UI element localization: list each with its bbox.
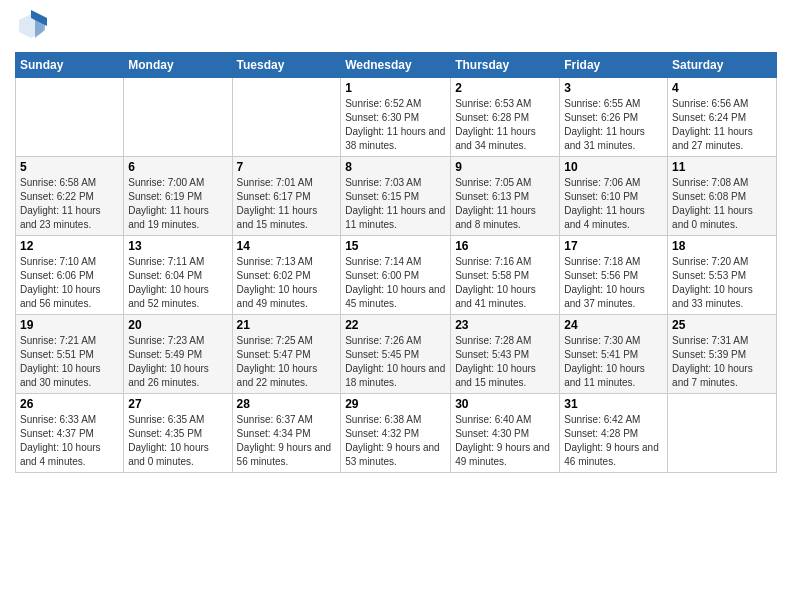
day-info: Sunrise: 7:14 AM Sunset: 6:00 PM Dayligh… <box>345 255 446 311</box>
day-info: Sunrise: 6:37 AM Sunset: 4:34 PM Dayligh… <box>237 413 337 469</box>
day-info: Sunrise: 7:25 AM Sunset: 5:47 PM Dayligh… <box>237 334 337 390</box>
day-number: 18 <box>672 239 772 253</box>
header <box>15 10 777 46</box>
calendar-cell: 30Sunrise: 6:40 AM Sunset: 4:30 PM Dayli… <box>451 394 560 473</box>
day-number: 3 <box>564 81 663 95</box>
day-number: 26 <box>20 397 119 411</box>
logo <box>15 10 49 46</box>
day-info: Sunrise: 7:16 AM Sunset: 5:58 PM Dayligh… <box>455 255 555 311</box>
day-info: Sunrise: 7:05 AM Sunset: 6:13 PM Dayligh… <box>455 176 555 232</box>
day-header: Tuesday <box>232 53 341 78</box>
day-number: 31 <box>564 397 663 411</box>
calendar-cell <box>668 394 777 473</box>
day-info: Sunrise: 6:42 AM Sunset: 4:28 PM Dayligh… <box>564 413 663 469</box>
calendar-cell <box>232 78 341 157</box>
week-row: 19Sunrise: 7:21 AM Sunset: 5:51 PM Dayli… <box>16 315 777 394</box>
day-number: 16 <box>455 239 555 253</box>
day-number: 13 <box>128 239 227 253</box>
calendar-cell: 20Sunrise: 7:23 AM Sunset: 5:49 PM Dayli… <box>124 315 232 394</box>
day-info: Sunrise: 6:33 AM Sunset: 4:37 PM Dayligh… <box>20 413 119 469</box>
calendar-cell: 22Sunrise: 7:26 AM Sunset: 5:45 PM Dayli… <box>341 315 451 394</box>
week-row: 26Sunrise: 6:33 AM Sunset: 4:37 PM Dayli… <box>16 394 777 473</box>
day-number: 12 <box>20 239 119 253</box>
day-number: 8 <box>345 160 446 174</box>
day-number: 14 <box>237 239 337 253</box>
day-number: 11 <box>672 160 772 174</box>
logo-icon <box>15 10 47 42</box>
day-number: 15 <box>345 239 446 253</box>
day-info: Sunrise: 6:56 AM Sunset: 6:24 PM Dayligh… <box>672 97 772 153</box>
day-info: Sunrise: 7:20 AM Sunset: 5:53 PM Dayligh… <box>672 255 772 311</box>
day-number: 21 <box>237 318 337 332</box>
day-info: Sunrise: 7:03 AM Sunset: 6:15 PM Dayligh… <box>345 176 446 232</box>
page: SundayMondayTuesdayWednesdayThursdayFrid… <box>0 0 792 483</box>
day-info: Sunrise: 7:30 AM Sunset: 5:41 PM Dayligh… <box>564 334 663 390</box>
week-row: 12Sunrise: 7:10 AM Sunset: 6:06 PM Dayli… <box>16 236 777 315</box>
day-number: 30 <box>455 397 555 411</box>
calendar-table: SundayMondayTuesdayWednesdayThursdayFrid… <box>15 52 777 473</box>
calendar-cell: 25Sunrise: 7:31 AM Sunset: 5:39 PM Dayli… <box>668 315 777 394</box>
day-header: Saturday <box>668 53 777 78</box>
calendar-cell: 17Sunrise: 7:18 AM Sunset: 5:56 PM Dayli… <box>560 236 668 315</box>
day-info: Sunrise: 7:08 AM Sunset: 6:08 PM Dayligh… <box>672 176 772 232</box>
day-number: 29 <box>345 397 446 411</box>
day-number: 24 <box>564 318 663 332</box>
calendar-cell: 16Sunrise: 7:16 AM Sunset: 5:58 PM Dayli… <box>451 236 560 315</box>
day-number: 9 <box>455 160 555 174</box>
calendar-cell: 2Sunrise: 6:53 AM Sunset: 6:28 PM Daylig… <box>451 78 560 157</box>
calendar-cell: 7Sunrise: 7:01 AM Sunset: 6:17 PM Daylig… <box>232 157 341 236</box>
day-info: Sunrise: 6:55 AM Sunset: 6:26 PM Dayligh… <box>564 97 663 153</box>
day-info: Sunrise: 7:00 AM Sunset: 6:19 PM Dayligh… <box>128 176 227 232</box>
calendar-cell: 24Sunrise: 7:30 AM Sunset: 5:41 PM Dayli… <box>560 315 668 394</box>
header-row: SundayMondayTuesdayWednesdayThursdayFrid… <box>16 53 777 78</box>
calendar-cell: 26Sunrise: 6:33 AM Sunset: 4:37 PM Dayli… <box>16 394 124 473</box>
day-number: 19 <box>20 318 119 332</box>
day-header: Monday <box>124 53 232 78</box>
day-info: Sunrise: 7:21 AM Sunset: 5:51 PM Dayligh… <box>20 334 119 390</box>
calendar-cell: 19Sunrise: 7:21 AM Sunset: 5:51 PM Dayli… <box>16 315 124 394</box>
day-info: Sunrise: 7:10 AM Sunset: 6:06 PM Dayligh… <box>20 255 119 311</box>
day-info: Sunrise: 7:31 AM Sunset: 5:39 PM Dayligh… <box>672 334 772 390</box>
calendar-cell: 31Sunrise: 6:42 AM Sunset: 4:28 PM Dayli… <box>560 394 668 473</box>
calendar-cell: 14Sunrise: 7:13 AM Sunset: 6:02 PM Dayli… <box>232 236 341 315</box>
day-info: Sunrise: 7:28 AM Sunset: 5:43 PM Dayligh… <box>455 334 555 390</box>
day-info: Sunrise: 7:13 AM Sunset: 6:02 PM Dayligh… <box>237 255 337 311</box>
day-info: Sunrise: 6:40 AM Sunset: 4:30 PM Dayligh… <box>455 413 555 469</box>
day-info: Sunrise: 7:01 AM Sunset: 6:17 PM Dayligh… <box>237 176 337 232</box>
calendar-cell: 15Sunrise: 7:14 AM Sunset: 6:00 PM Dayli… <box>341 236 451 315</box>
day-info: Sunrise: 6:38 AM Sunset: 4:32 PM Dayligh… <box>345 413 446 469</box>
day-number: 22 <box>345 318 446 332</box>
day-number: 20 <box>128 318 227 332</box>
day-number: 7 <box>237 160 337 174</box>
day-info: Sunrise: 7:18 AM Sunset: 5:56 PM Dayligh… <box>564 255 663 311</box>
day-number: 4 <box>672 81 772 95</box>
calendar-cell: 12Sunrise: 7:10 AM Sunset: 6:06 PM Dayli… <box>16 236 124 315</box>
day-number: 25 <box>672 318 772 332</box>
calendar-cell: 11Sunrise: 7:08 AM Sunset: 6:08 PM Dayli… <box>668 157 777 236</box>
calendar-cell: 27Sunrise: 6:35 AM Sunset: 4:35 PM Dayli… <box>124 394 232 473</box>
calendar-cell: 18Sunrise: 7:20 AM Sunset: 5:53 PM Dayli… <box>668 236 777 315</box>
day-info: Sunrise: 6:52 AM Sunset: 6:30 PM Dayligh… <box>345 97 446 153</box>
day-info: Sunrise: 7:06 AM Sunset: 6:10 PM Dayligh… <box>564 176 663 232</box>
calendar-cell: 8Sunrise: 7:03 AM Sunset: 6:15 PM Daylig… <box>341 157 451 236</box>
day-info: Sunrise: 6:58 AM Sunset: 6:22 PM Dayligh… <box>20 176 119 232</box>
day-number: 6 <box>128 160 227 174</box>
calendar-cell: 9Sunrise: 7:05 AM Sunset: 6:13 PM Daylig… <box>451 157 560 236</box>
calendar-cell: 21Sunrise: 7:25 AM Sunset: 5:47 PM Dayli… <box>232 315 341 394</box>
day-info: Sunrise: 7:26 AM Sunset: 5:45 PM Dayligh… <box>345 334 446 390</box>
day-number: 17 <box>564 239 663 253</box>
calendar-cell: 23Sunrise: 7:28 AM Sunset: 5:43 PM Dayli… <box>451 315 560 394</box>
day-info: Sunrise: 6:53 AM Sunset: 6:28 PM Dayligh… <box>455 97 555 153</box>
day-number: 23 <box>455 318 555 332</box>
calendar-cell: 3Sunrise: 6:55 AM Sunset: 6:26 PM Daylig… <box>560 78 668 157</box>
day-number: 5 <box>20 160 119 174</box>
day-info: Sunrise: 7:23 AM Sunset: 5:49 PM Dayligh… <box>128 334 227 390</box>
day-header: Wednesday <box>341 53 451 78</box>
day-info: Sunrise: 6:35 AM Sunset: 4:35 PM Dayligh… <box>128 413 227 469</box>
calendar-cell: 1Sunrise: 6:52 AM Sunset: 6:30 PM Daylig… <box>341 78 451 157</box>
calendar-cell: 29Sunrise: 6:38 AM Sunset: 4:32 PM Dayli… <box>341 394 451 473</box>
day-number: 28 <box>237 397 337 411</box>
day-header: Thursday <box>451 53 560 78</box>
calendar-cell: 5Sunrise: 6:58 AM Sunset: 6:22 PM Daylig… <box>16 157 124 236</box>
day-header: Sunday <box>16 53 124 78</box>
